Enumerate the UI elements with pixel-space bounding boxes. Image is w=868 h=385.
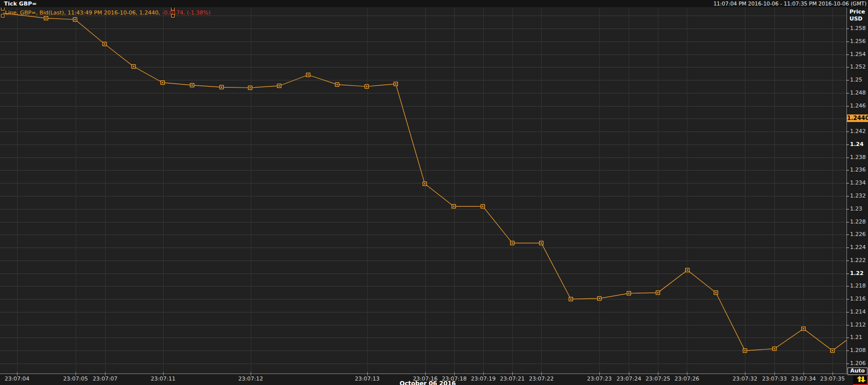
data-point-marker-dot (774, 348, 775, 350)
data-point-marker-dot (657, 292, 659, 294)
data-point-marker-dot (599, 298, 600, 300)
plot-background[interactable] (0, 8, 846, 374)
data-point-marker-dot (221, 86, 223, 88)
price-axis-currency: USD (849, 16, 862, 22)
data-point-marker-dot (308, 74, 309, 76)
price-chart-canvas[interactable] (0, 0, 868, 385)
price-tick-label: 1.242 (850, 128, 866, 134)
data-point-marker-dot (803, 328, 804, 330)
data-point-marker-dot (832, 350, 833, 352)
price-tick-label: 1.212 (850, 322, 866, 328)
price-tick-label: 1.216 (850, 296, 866, 302)
price-tick-label: 1.222 (850, 257, 866, 264)
price-tick-label: 1.218 (850, 282, 866, 289)
time-tick-label: 23:07:34 (791, 376, 815, 382)
price-tick-label: 1.246 (850, 102, 866, 109)
time-range-label: 11:07:04 PM 2016-10-06 - 11:07:35 PM 201… (713, 0, 866, 6)
data-point-marker-dot (250, 87, 251, 88)
time-tick-label: 23:07:24 (616, 376, 641, 382)
price-tick-label: 1.226 (850, 231, 866, 238)
price-tick-label: 1.234 (850, 180, 866, 186)
auto-scale-button[interactable]: Auto (847, 368, 867, 375)
data-point-marker-dot (366, 86, 368, 88)
axis-date-label: October 06 2016 (400, 380, 456, 385)
price-tick-label: 1.248 (850, 90, 866, 96)
tick-stream-icon[interactable] (853, 376, 868, 385)
price-tick-label: 1.236 (850, 166, 866, 173)
price-tick-label: 1.228 (850, 218, 866, 225)
time-tick-label: 23:07:32 (732, 376, 757, 382)
data-point-marker-dot (337, 84, 338, 86)
time-tick-label: 23:07:19 (471, 376, 495, 382)
price-tick-label: 1.238 (850, 154, 866, 160)
legend-selection-handle[interactable] (171, 14, 175, 18)
time-tick-label: 23:07:21 (500, 376, 524, 382)
price-tick-label: 1.214 (850, 308, 866, 315)
time-tick-label: 23:07:07 (93, 376, 117, 382)
time-tick-label: 23:07:22 (529, 376, 553, 382)
time-tick-label: 23:07:12 (238, 376, 263, 382)
legend-change-text: -0.0174, (-1.38%) (160, 10, 210, 16)
time-tick-label: 23:07:35 (820, 376, 844, 382)
stacked-arrows-icon (853, 376, 866, 383)
data-point-marker-dot (192, 84, 193, 86)
data-point-marker-dot (453, 206, 455, 207)
last-price-badge: 1.2440 (847, 114, 868, 122)
data-point-marker-dot (570, 298, 572, 300)
price-tick-label: 1.23 (850, 206, 862, 212)
data-point-marker-dot (104, 44, 106, 45)
data-point-marker-dot (133, 66, 135, 68)
data-point-marker-dot (628, 292, 630, 294)
price-tick-label: 1.258 (850, 25, 866, 32)
data-point-marker-dot (46, 18, 47, 19)
price-tick-label: 1.21 (850, 334, 862, 340)
data-point-marker-dot (715, 292, 717, 294)
series-legend[interactable]: Line, GBP=, Bid(Last), 11:43:49 PM 2016-… (5, 10, 211, 16)
title-bar: Tick GBP= 11:07:04 PM 2016-10-06 - 11:07… (0, 0, 868, 8)
legend-selection-handle[interactable] (1, 7, 5, 10)
price-tick-label: 1.208 (850, 347, 866, 354)
time-tick-label: 23:07:13 (355, 376, 379, 382)
data-point-marker-dot (395, 84, 397, 85)
time-tick-label: 23:07:23 (587, 376, 611, 382)
time-tick-label: 23:07:26 (674, 376, 699, 382)
data-point-marker-dot (744, 350, 746, 352)
data-point-marker-dot (687, 270, 688, 271)
time-tick-label: 23:07:04 (5, 376, 29, 382)
time-tick-label: 23:07:05 (63, 376, 88, 382)
legend-selection-handle[interactable] (171, 7, 175, 10)
legend-series-text: Line, GBP=, Bid(Last), 11:43:49 PM 2016-… (5, 10, 160, 16)
data-point-marker-dot (279, 85, 280, 86)
price-tick-label: 1.252 (850, 64, 866, 70)
data-point-marker-dot (424, 183, 426, 184)
data-point-marker-dot (75, 19, 76, 20)
price-tick-label: 1.254 (850, 51, 866, 58)
price-axis-title: Price (849, 8, 865, 15)
time-tick-label: 23:07:33 (762, 376, 786, 382)
price-tick-label: 1.224 (850, 244, 866, 250)
data-point-marker-dot (541, 242, 542, 244)
data-point-marker-dot (162, 82, 164, 84)
time-tick-label: 23:07:25 (645, 376, 670, 382)
chart-title: Tick GBP= (4, 0, 37, 7)
chart-window: Tick GBP= 11:07:04 PM 2016-10-06 - 11:07… (0, 0, 868, 385)
price-tick-label: 1.256 (850, 38, 866, 44)
data-point-marker-dot (482, 206, 484, 207)
legend-selection-handle[interactable] (1, 14, 5, 18)
price-tick-label: 1.232 (850, 192, 866, 199)
price-tick-label: 1.24 (850, 141, 863, 148)
data-point-marker-dot (512, 242, 513, 244)
price-tick-label: 1.25 (850, 76, 862, 83)
price-tick-label: 1.206 (850, 360, 866, 366)
time-tick-label: 23:07:11 (151, 376, 175, 382)
price-tick-label: 1.22 (850, 270, 863, 276)
